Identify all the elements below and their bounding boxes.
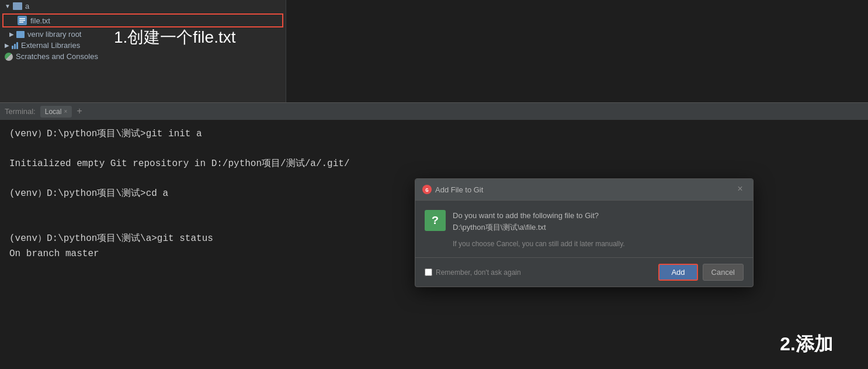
terminal-tab-name: Local xyxy=(45,108,62,116)
dialog-title-text: Add File to Git xyxy=(435,185,483,194)
file-txt-icon xyxy=(18,16,27,25)
file-txt-item[interactable]: file.txt xyxy=(2,13,283,27)
scratches-item[interactable]: Scratches and Consoles xyxy=(0,51,286,62)
sidebar: ▼ a file.txt ▶ venv library root ▶ Exter… xyxy=(0,0,286,102)
terminal-tab-close[interactable]: × xyxy=(64,108,67,115)
remember-checkbox-label[interactable]: Remember, don't ask again xyxy=(425,268,521,277)
dialog-text-area: Do you want to add the following file to… xyxy=(453,210,744,248)
dialog-title-left: G Add File to Git xyxy=(422,185,483,194)
term-line-2 xyxy=(9,142,859,157)
folder-arrow-icon: ▼ xyxy=(5,3,11,9)
venv-label: venv library root xyxy=(27,30,81,39)
remember-checkbox[interactable] xyxy=(425,268,432,276)
svg-rect-3 xyxy=(19,22,23,23)
add-file-dialog: G Add File to Git × ? Do you want to add… xyxy=(415,178,754,287)
file-txt-label: file.txt xyxy=(30,16,50,25)
annotation-1: 1.创建一个file.txt xyxy=(114,26,235,49)
ext-lib-label: External Libraries xyxy=(21,41,80,50)
git-icon: G xyxy=(422,185,432,194)
dialog-main-text: Do you want to add the following file to… xyxy=(453,210,744,233)
checkbox-label-text: Remember, don't ask again xyxy=(436,268,521,277)
terminal-label: Terminal: xyxy=(5,107,36,116)
dialog-main-line1: Do you want to add the following file to… xyxy=(453,211,599,220)
terminal-tab-bar: Terminal: Local × + xyxy=(0,102,868,120)
annotation-2: 2.添加 xyxy=(780,332,833,357)
scratch-icon xyxy=(5,53,13,61)
folder-icon xyxy=(13,2,22,10)
folder-a-label: a xyxy=(25,2,29,11)
ext-lib-icon xyxy=(12,42,18,49)
dialog-sub-text: If you choose Cancel, you can still add … xyxy=(453,240,744,248)
dialog-buttons: Add Cancel xyxy=(658,264,744,281)
dialog-main-line2: D:\python项目\测试\a\file.txt xyxy=(453,223,546,232)
svg-text:G: G xyxy=(425,188,428,194)
svg-rect-1 xyxy=(19,18,25,19)
dialog-footer: Remember, don't ask again Add Cancel xyxy=(415,257,753,287)
dialog-close-button[interactable]: × xyxy=(734,184,746,195)
cancel-button[interactable]: Cancel xyxy=(703,264,744,281)
ext-lib-arrow: ▶ xyxy=(5,42,9,49)
svg-rect-2 xyxy=(19,20,25,21)
venv-icon xyxy=(16,31,25,38)
terminal-tab-add[interactable]: + xyxy=(74,106,85,117)
add-button[interactable]: Add xyxy=(658,264,697,281)
terminal-local-tab[interactable]: Local × xyxy=(40,106,72,118)
dialog-titlebar: G Add File to Git × xyxy=(415,179,753,201)
question-icon: ? xyxy=(425,210,446,231)
term-line-3: Initialized empty Git repository in D:/p… xyxy=(9,157,859,172)
venv-arrow: ▶ xyxy=(9,31,14,37)
folder-a-row[interactable]: ▼ a xyxy=(0,0,286,12)
term-line-1: (venv）D:\python项目\测试>git init a xyxy=(9,127,859,142)
scratches-label: Scratches and Consoles xyxy=(16,52,98,61)
dialog-body: ? Do you want to add the following file … xyxy=(415,201,753,257)
